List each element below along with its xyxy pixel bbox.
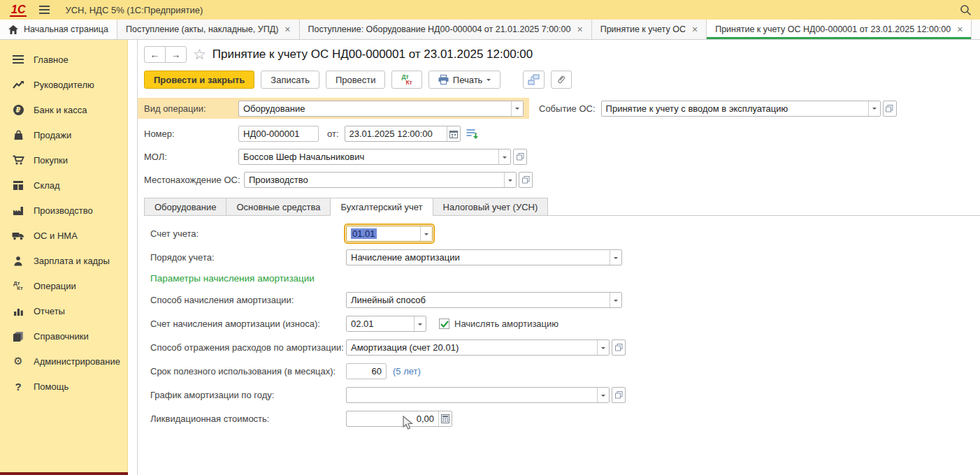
wear-account-field[interactable]: 02.01	[346, 316, 426, 332]
favorite-star-icon[interactable]: ☆	[193, 48, 206, 62]
sidebar-item-proizvodstvo[interactable]: Производство	[0, 198, 127, 223]
location-label: Местонахождение ОС:	[144, 175, 244, 185]
tab-postuplenie-list[interactable]: Поступление (акты, накладные, УПД) ×	[117, 20, 300, 39]
post-and-close-button[interactable]: Провести и закрыть	[144, 71, 254, 89]
sidebar-item-operacii[interactable]: ДтКт Операции	[0, 273, 127, 298]
expense-method-field[interactable]: Амортизация (счет 20.01)	[346, 339, 610, 356]
page-title: Принятие к учету ОС НД00-000001 от 23.01…	[212, 48, 533, 61]
dropdown-arrow-icon[interactable]	[511, 101, 523, 116]
order-field[interactable]: Начисление амортизации	[346, 249, 622, 265]
sidebar-item-label: Операции	[34, 281, 76, 291]
sidebar-item-zarplata-kadry[interactable]: Зарплата и кадры	[0, 248, 127, 273]
account-field[interactable]: 01.01	[346, 226, 433, 242]
sidebar-item-label: Руководителю	[34, 80, 94, 90]
dropdown-arrow-icon[interactable]	[597, 388, 609, 402]
search-icon[interactable]	[958, 2, 973, 17]
order-label: Порядок учета:	[150, 252, 346, 263]
calculator-icon[interactable]	[438, 411, 452, 426]
sidebar-item-label: Администрирование	[34, 356, 120, 367]
open-link-button[interactable]	[513, 149, 527, 165]
accrue-depreciation-checkbox[interactable]	[439, 319, 449, 329]
depreciation-section-title: Параметры начисления амортизации	[150, 273, 980, 284]
trend-chart-icon	[11, 78, 25, 91]
tab-prinyatie-doc[interactable]: Принятие к учету ОС НД00-000001 от 23.01…	[707, 20, 972, 39]
account-label: Счет учета:	[150, 228, 346, 239]
tab-osnovnye-sredstva[interactable]: Основные средства	[226, 198, 331, 216]
open-link-button[interactable]	[612, 339, 626, 356]
sidebar-item-spravochniki[interactable]: Справочники	[0, 323, 127, 349]
section-sidebar: Главное Руководителю ₽ Банк и касса Прод…	[0, 40, 128, 475]
useful-life-field[interactable]: 60	[346, 363, 387, 379]
tab-label: Поступление: Оборудование НД00-000004 от…	[308, 24, 571, 34]
number-label: Номер:	[144, 129, 238, 139]
date-field[interactable]: 23.01.2025 12:00:00	[345, 126, 461, 142]
set-current-date-icon[interactable]	[466, 129, 478, 139]
tab-buhgalterskij-uchet[interactable]: Бухгалтерский учет	[330, 198, 433, 216]
sidebar-item-glavnoe[interactable]: Главное	[0, 47, 127, 72]
document-tab-strip: Оборудование Основные средства Бухгалтер…	[144, 198, 980, 216]
useful-life-label: Срок полезного использования (в месяцах)…	[150, 366, 346, 377]
operation-type-label: Вид операции:	[144, 103, 238, 114]
sidebar-item-pokupki[interactable]: Покупки	[0, 147, 127, 173]
sidebar-item-prodazhi[interactable]: Продажи	[0, 122, 127, 147]
sidebar-item-label: Производство	[34, 205, 93, 216]
sidebar-item-label: Зарплата и кадры	[34, 256, 110, 266]
tab-close-icon[interactable]: ×	[284, 24, 290, 34]
main-menu-icon[interactable]	[39, 6, 50, 14]
sidebar-item-bank-kassa[interactable]: ₽ Банк и касса	[0, 97, 127, 122]
back-button[interactable]: ←	[144, 46, 166, 63]
dropdown-arrow-icon[interactable]	[597, 340, 609, 355]
tab-close-icon[interactable]: ×	[957, 24, 963, 34]
salvage-value-field[interactable]: 0,00	[346, 411, 452, 427]
tab-prinyatie-list[interactable]: Принятие к учету ОС ×	[592, 20, 707, 39]
write-button[interactable]: Записать	[261, 71, 319, 89]
calendar-icon[interactable]	[447, 126, 460, 141]
sidebar-item-sklad[interactable]: Склад	[0, 173, 127, 198]
schedule-field[interactable]	[346, 387, 610, 403]
useful-life-hint: (5 лет)	[393, 366, 421, 377]
sidebar-item-otchety[interactable]: Отчеты	[0, 298, 127, 323]
open-link-icon	[522, 176, 530, 184]
sidebar-item-pomosch[interactable]: ? Помощь	[0, 374, 127, 399]
dropdown-arrow-icon[interactable]	[610, 293, 621, 307]
open-link-button[interactable]	[519, 172, 533, 188]
schedule-label: График амортизации по году:	[150, 390, 346, 400]
tab-home[interactable]: Начальная страница	[0, 20, 117, 39]
method-field[interactable]: Линейный способ	[346, 292, 622, 308]
dropdown-arrow-icon[interactable]	[610, 250, 621, 265]
post-button[interactable]: Провести	[326, 71, 386, 89]
print-button[interactable]: Печать	[428, 71, 501, 89]
structure-button[interactable]	[523, 71, 545, 89]
tab-nalogovyj-uchet[interactable]: Налоговый учет (УСН)	[433, 198, 549, 216]
sidebar-item-label: Справочники	[34, 331, 89, 342]
dropdown-arrow-icon[interactable]	[414, 316, 426, 331]
forward-button[interactable]: →	[165, 46, 187, 63]
sidebar-item-administrirovanie[interactable]: ⚙ Администрирование	[0, 349, 127, 374]
dropdown-arrow-icon[interactable]	[868, 101, 880, 116]
tab-close-icon[interactable]: ×	[692, 24, 698, 34]
location-field[interactable]: Производство	[244, 172, 517, 188]
tab-close-icon[interactable]: ×	[577, 24, 582, 34]
sidebar-item-rukovoditelyu[interactable]: Руководителю	[0, 72, 127, 97]
sidebar-item-os-nma[interactable]: ОС и НМА	[0, 223, 127, 248]
bar-chart-icon	[11, 305, 25, 317]
tab-oborudovanie[interactable]: Оборудование	[144, 198, 226, 216]
dt-kt-button[interactable]: ДтКт	[391, 71, 421, 89]
dt-kt-icon: ДтКт	[11, 279, 25, 292]
tab-postuplenie-doc[interactable]: Поступление: Оборудование НД00-000004 от…	[300, 20, 592, 39]
open-link-button[interactable]	[612, 387, 626, 403]
operation-type-field[interactable]: Оборудование	[238, 101, 524, 117]
window-title: УСН, НДС 5% (1С:Предприятие)	[65, 5, 203, 15]
dropdown-arrow-icon[interactable]	[504, 173, 516, 187]
attachments-button[interactable]	[551, 71, 572, 89]
ruble-circle-icon: ₽	[11, 103, 25, 116]
number-field[interactable]: НД00-000001	[238, 126, 319, 142]
paperclip-icon	[556, 74, 567, 85]
dropdown-arrow-icon[interactable]	[420, 226, 432, 241]
os-event-field[interactable]: Принятие к учету с вводом в эксплуатацию	[601, 101, 881, 117]
mol-field[interactable]: Боссов Шеф Начальникович	[238, 149, 511, 165]
open-link-button[interactable]	[883, 101, 897, 117]
shopping-bag-icon	[11, 129, 25, 141]
tab-label: Принятие к учету ОС НД00-000001 от 23.01…	[715, 24, 951, 34]
dropdown-arrow-icon[interactable]	[498, 149, 510, 164]
